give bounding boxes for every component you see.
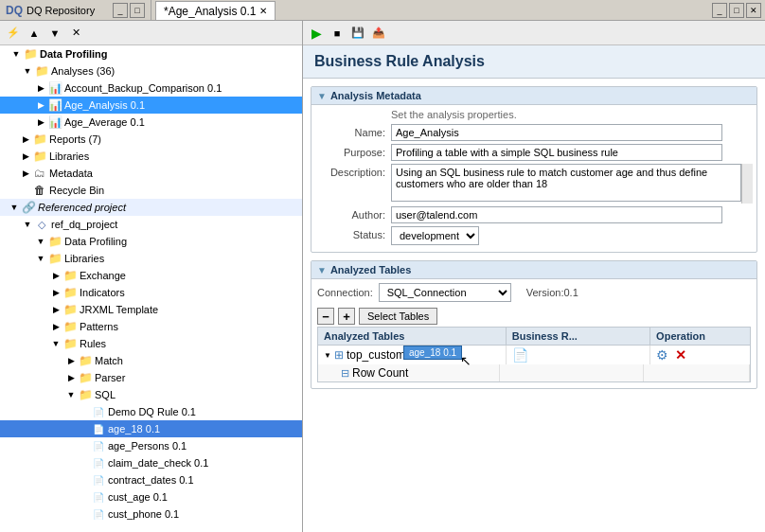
add-table-btn[interactable]: + (338, 308, 355, 325)
expand-cust-phone[interactable] (78, 507, 91, 521)
stop-btn[interactable]: ■ (328, 24, 347, 43)
tree-item-sql[interactable]: ▼ 📁 SQL (0, 386, 302, 403)
filter-btn[interactable]: ⚡ (4, 24, 23, 43)
expand-patterns[interactable]: ▶ (49, 320, 62, 333)
expand-ref-dq[interactable]: ▼ (21, 218, 34, 231)
restore-left-btn[interactable]: □ (130, 3, 145, 18)
analysis-icon-avg: 📊 (47, 115, 62, 130)
tree-item-rules[interactable]: ▼ 📁 Rules (0, 335, 302, 352)
expand-age-average[interactable]: ▶ (34, 115, 47, 129)
expand-indicators[interactable]: ▶ (49, 286, 62, 299)
expand-metadata[interactable]: ▶ (19, 167, 32, 180)
expand-account[interactable]: ▶ (34, 81, 47, 95)
table-row-top-custom[interactable]: ▼ ⊞ top_custom... age_18 0.1 ↖ 📄 (318, 346, 750, 364)
expand-claim-date[interactable] (78, 456, 91, 470)
form-row-name: Name: (315, 124, 753, 141)
expand-rules[interactable]: ▼ (49, 337, 62, 350)
tree-item-account-backup[interactable]: ▶ 📊 Account_Backup_Comparison 0.1 (0, 80, 302, 97)
run-analysis-btn[interactable]: ▶ (307, 24, 326, 43)
tree-item-libs-ref[interactable]: ▼ 📁 Libraries (0, 250, 302, 267)
expand-dp-ref[interactable]: ▼ (34, 235, 47, 248)
expand-table-row[interactable]: ▼ (324, 351, 331, 360)
tree-item-age-18[interactable]: 📄 age_18 0.1 (0, 420, 302, 437)
tree-item-age-analysis[interactable]: ▶ 📊 Age_Analysis 0.1 (0, 97, 302, 114)
tree-item-reports[interactable]: ▶ 📁 Reports (7) (0, 131, 302, 148)
tree-item-exchange[interactable]: ▶ 📁 Exchange (0, 267, 302, 284)
gear-icon[interactable]: ⚙ (656, 347, 668, 363)
down-btn[interactable]: ▼ (45, 24, 64, 43)
tree-item-libraries[interactable]: ▶ 📁 Libraries (0, 148, 302, 165)
tree-label-parser: Parser (95, 372, 125, 383)
tab-close-icon[interactable]: ✕ (259, 6, 267, 16)
expand-libraries[interactable]: ▶ (19, 150, 32, 163)
tree-item-analyses[interactable]: ▼ 📁 Analyses (36) (0, 62, 302, 80)
expand-demo-dq[interactable] (78, 405, 91, 418)
sub-table-icon: ⊟ (341, 367, 349, 380)
td-sub-name: ⊟ Row Count (318, 364, 500, 381)
expand-contract[interactable] (78, 473, 91, 487)
minimize-btn[interactable]: _ (712, 3, 727, 18)
tab-age-analysis[interactable]: *Age_Analysis 0.1 ✕ (155, 1, 276, 20)
tree-item-age-average[interactable]: ▶ 📊 Age_Average 0.1 (0, 114, 302, 131)
description-textarea[interactable]: Using an SQL business rule to match cust… (391, 164, 741, 202)
author-input[interactable] (391, 206, 722, 223)
remove-table-btn[interactable]: − (317, 308, 334, 325)
expand-match[interactable]: ▶ (64, 354, 78, 367)
tree-item-age-persons[interactable]: 📄 age_Persons 0.1 (0, 437, 302, 454)
metadata-section-header[interactable]: ▼ Analysis Metadata (311, 87, 756, 105)
expand-libs-ref[interactable]: ▼ (34, 252, 47, 265)
expand-analyses[interactable]: ▼ (21, 64, 34, 78)
tree-item-jrxml[interactable]: ▶ 📁 JRXML Template (0, 301, 302, 318)
save-btn[interactable]: 💾 (348, 24, 367, 43)
purpose-label: Purpose: (315, 144, 391, 161)
expand-data-profiling[interactable]: ▼ (9, 47, 23, 61)
tree-item-indicators[interactable]: ▶ 📁 Indicators (0, 284, 302, 301)
select-tables-button[interactable]: Select Tables (359, 308, 437, 325)
tree-item-patterns[interactable]: ▶ 📁 Patterns (0, 318, 302, 335)
expand-parser[interactable]: ▶ (64, 371, 78, 384)
tree-item-data-profiling[interactable]: ▼ 📁 Data Profiling (0, 45, 302, 62)
description-scrollbar[interactable] (741, 164, 753, 204)
export-btn[interactable]: 📤 (369, 24, 388, 43)
tree-item-recycle-bin[interactable]: 🗑 Recycle Bin (0, 182, 302, 199)
tree-toolbar: ⚡ ▲ ▼ ✕ (0, 21, 302, 45)
connection-select[interactable]: SQL_Connection (379, 283, 511, 302)
tree-item-cust-phone[interactable]: 📄 cust_phone 0.1 (0, 505, 302, 523)
tree-item-cust-age[interactable]: 📄 cust_age 0.1 (0, 488, 302, 505)
project-icon: ◇ (34, 217, 49, 232)
rule-icon-demo: 📄 (91, 404, 106, 419)
tree-item-dp-ref[interactable]: ▼ 📁 Data Profiling (0, 233, 302, 250)
expand-age-persons[interactable] (78, 439, 91, 452)
purpose-input[interactable] (391, 144, 722, 161)
expand-referenced[interactable]: ▼ (8, 201, 21, 214)
expand-cust-age[interactable] (78, 490, 91, 504)
name-input[interactable] (391, 124, 722, 141)
connection-select-wrapper: SQL_Connection (379, 283, 511, 302)
referenced-icon: 🔗 (21, 200, 36, 215)
tree-item-claim-date[interactable]: 📄 claim_date_check 0.1 (0, 454, 302, 471)
close-tree-btn[interactable]: ✕ (66, 24, 85, 43)
delete-icon[interactable]: ✕ (675, 347, 686, 363)
tree-item-match[interactable]: ▶ 📁 Match (0, 352, 302, 369)
tree-item-referenced-project[interactable]: ▼ 🔗 Referenced project (0, 199, 302, 216)
expand-reports[interactable]: ▶ (19, 133, 32, 146)
tree-item-demo-dq[interactable]: 📄 Demo DQ Rule 0.1 (0, 403, 302, 420)
analyzed-section-header[interactable]: ▼ Analyzed Tables (311, 261, 756, 279)
tree-item-parser[interactable]: ▶ 📁 Parser (0, 369, 302, 386)
expand-exchange[interactable]: ▶ (49, 269, 62, 282)
tree-item-metadata[interactable]: ▶ 🗂 Metadata (0, 165, 302, 182)
up-btn[interactable]: ▲ (25, 24, 44, 43)
tree-label-cust-age: cust_age 0.1 (108, 491, 168, 503)
tree-item-ref-dq-project[interactable]: ▼ ◇ ref_dq_project (0, 216, 302, 233)
expand-age-analysis[interactable]: ▶ (34, 98, 47, 112)
close-btn[interactable]: ✕ (746, 3, 761, 18)
expand-sql[interactable]: ▼ (64, 388, 78, 401)
minimize-left-btn[interactable]: _ (113, 3, 128, 18)
tree-label-age-analysis: Age_Analysis 0.1 (64, 99, 145, 111)
expand-recycle[interactable] (19, 184, 32, 197)
tree-item-contract-dates[interactable]: 📄 contract_dates 0.1 (0, 471, 302, 488)
expand-age-18[interactable] (78, 422, 91, 435)
restore-btn[interactable]: □ (729, 3, 744, 18)
status-select[interactable]: development production (391, 226, 479, 245)
expand-jrxml[interactable]: ▶ (49, 303, 62, 316)
